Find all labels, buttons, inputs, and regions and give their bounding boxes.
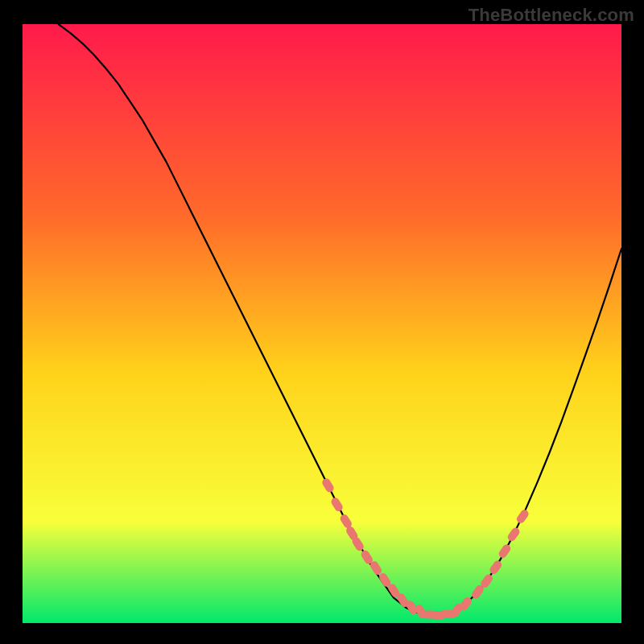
gradient-background (23, 24, 621, 623)
chart-frame: TheBottleneck.com (0, 0, 644, 644)
plot-area (23, 24, 621, 623)
watermark-text: TheBottleneck.com (469, 5, 634, 26)
chart-svg (23, 24, 621, 623)
